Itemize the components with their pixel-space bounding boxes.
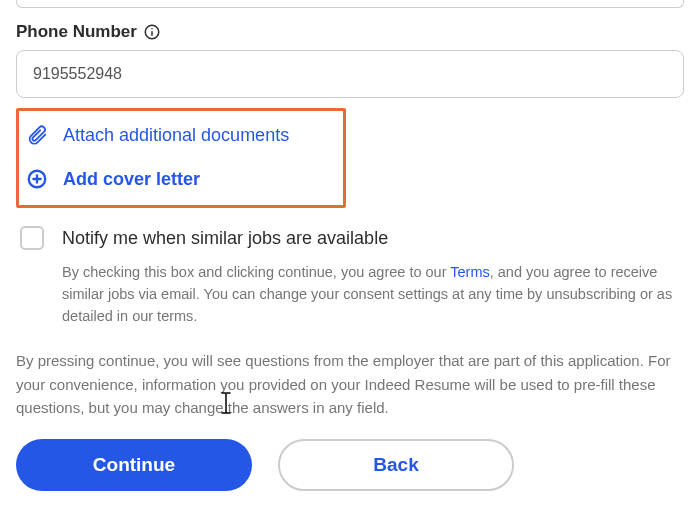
notify-label: Notify me when similar jobs are availabl…: [62, 228, 388, 249]
info-icon[interactable]: [143, 23, 161, 41]
terms-link[interactable]: Terms: [450, 264, 489, 280]
paperclip-icon: [25, 123, 49, 147]
previous-input-partial[interactable]: [16, 0, 684, 8]
svg-point-2: [151, 28, 153, 30]
notify-checkbox[interactable]: [20, 226, 44, 250]
back-button[interactable]: Back: [278, 439, 514, 491]
plus-circle-icon: [25, 167, 49, 191]
disclaimer-text: By pressing continue, you will see quest…: [16, 349, 684, 419]
attach-documents-link[interactable]: Attach additional documents: [25, 123, 333, 147]
continue-button[interactable]: Continue: [16, 439, 252, 491]
phone-number-input[interactable]: [16, 50, 684, 98]
consent-text: By checking this box and clicking contin…: [62, 262, 684, 327]
attachments-highlight: Attach additional documents Add cover le…: [16, 108, 346, 208]
phone-number-label: Phone Number: [16, 22, 137, 42]
consent-prefix: By checking this box and clicking contin…: [62, 264, 450, 280]
add-cover-letter-label: Add cover letter: [63, 169, 200, 190]
add-cover-letter-link[interactable]: Add cover letter: [25, 167, 333, 191]
attach-documents-label: Attach additional documents: [63, 125, 289, 146]
